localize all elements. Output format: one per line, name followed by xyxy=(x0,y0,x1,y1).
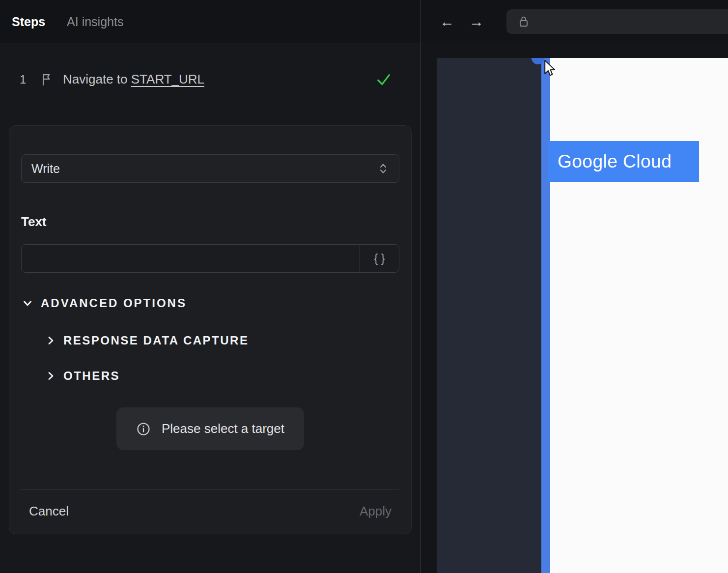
action-editor-card: Write Text { } ADVA xyxy=(9,125,412,534)
page-white-region[interactable] xyxy=(550,58,728,573)
lock-icon xyxy=(517,14,530,29)
text-input-row: { } xyxy=(21,244,399,273)
app-window: Steps AI insights 1 Navigate to START_UR… xyxy=(0,0,728,573)
action-type-select[interactable]: Write xyxy=(21,154,399,183)
tab-steps[interactable]: Steps xyxy=(12,15,45,29)
response-data-capture-label: RESPONSE DATA CAPTURE xyxy=(63,334,249,347)
chevron-updown-icon xyxy=(377,162,389,175)
step-row[interactable]: 1 Navigate to START_URL xyxy=(0,72,420,87)
text-field-label: Text xyxy=(21,214,399,229)
footer-divider xyxy=(21,489,399,490)
card-footer: Cancel Apply xyxy=(21,504,399,519)
chevron-right-icon xyxy=(45,370,56,382)
chevron-right-icon xyxy=(45,335,56,346)
start-url-link[interactable]: START_URL xyxy=(131,72,204,86)
url-bar[interactable] xyxy=(506,9,728,34)
apply-button[interactable]: Apply xyxy=(360,504,392,519)
response-data-capture-toggle[interactable]: RESPONSE DATA CAPTURE xyxy=(21,334,399,347)
action-type-value: Write xyxy=(31,162,60,176)
rendered-page[interactable]: Google Cloud xyxy=(437,58,728,573)
browser-preview: Google Cloud xyxy=(421,43,728,573)
step-label: Navigate to START_URL xyxy=(63,72,204,87)
info-icon xyxy=(136,422,151,436)
select-target-toast: Please select a target xyxy=(116,407,304,450)
others-toggle[interactable]: OTHERS xyxy=(21,369,399,383)
check-icon xyxy=(376,73,391,86)
advanced-options-label: ADVANCED OPTIONS xyxy=(41,296,187,310)
chevron-down-icon xyxy=(21,297,34,310)
text-input[interactable] xyxy=(22,245,360,272)
highlighted-element[interactable]: Google Cloud xyxy=(548,141,699,182)
select-target-text: Please select a target xyxy=(162,421,284,436)
browser-topbar: ← → xyxy=(421,0,728,43)
tab-ai-insights[interactable]: AI insights xyxy=(67,15,123,29)
highlighted-element-label: Google Cloud xyxy=(558,151,672,172)
cancel-button[interactable]: Cancel xyxy=(29,504,69,519)
flag-icon xyxy=(40,73,53,86)
left-topbar: Steps AI insights xyxy=(0,0,420,43)
advanced-options-toggle[interactable]: ADVANCED OPTIONS xyxy=(21,296,399,310)
page-dark-region[interactable] xyxy=(437,58,541,573)
back-arrow-icon[interactable]: ← xyxy=(440,14,454,29)
others-label: OTHERS xyxy=(63,369,120,383)
mouse-cursor-icon xyxy=(540,59,558,80)
insert-variable-button[interactable]: { } xyxy=(360,245,399,272)
forward-arrow-icon[interactable]: → xyxy=(469,14,484,29)
highlight-stripe xyxy=(541,58,550,573)
step-number: 1 xyxy=(20,73,31,86)
steps-panel: Steps AI insights 1 Navigate to START_UR… xyxy=(0,0,421,573)
browser-panel: ← → Google Cloud xyxy=(421,0,728,573)
